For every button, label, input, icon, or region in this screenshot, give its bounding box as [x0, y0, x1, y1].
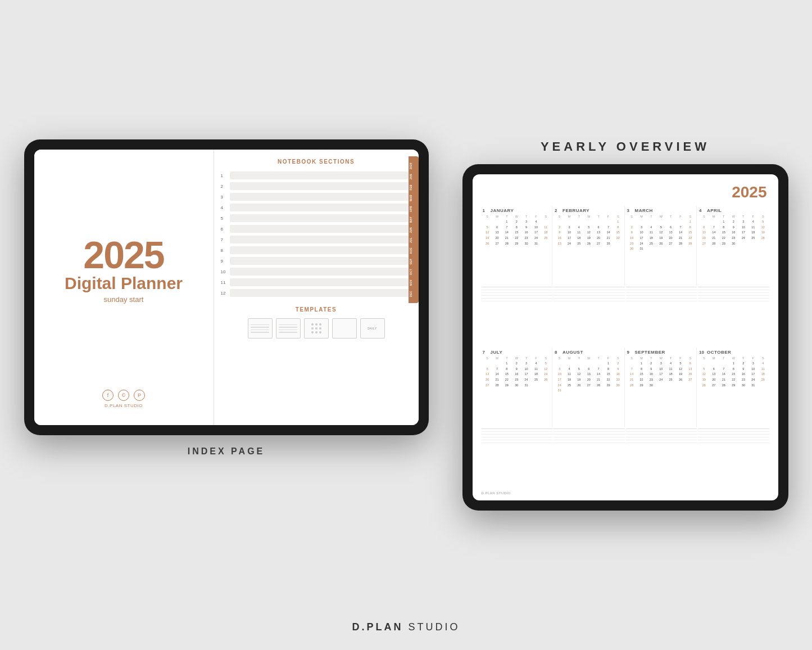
- month-march: 3 MARCH SMTWTFS 1 2345678 9101112131415 …: [626, 206, 697, 286]
- oct-tab: OCT: [410, 267, 418, 277]
- planner-subtitle: sunday start: [104, 295, 144, 304]
- calendar-grid: 1 JANUARY SMTWTFS 1234 567891011 1213141…: [482, 206, 769, 488]
- yearly-year: 2025: [482, 183, 769, 201]
- section-row: 3: [221, 193, 412, 201]
- sections-list: 1 2 3 4: [221, 171, 412, 300]
- mar-tab: MAR: [410, 193, 418, 203]
- section-line: [230, 236, 412, 243]
- tablet-frame-left: 2025 Digital Planner sunday start f © P …: [24, 139, 429, 435]
- footer-brand-bold: D.PLAN: [352, 621, 403, 633]
- section-line: [230, 268, 412, 276]
- tablet-left: 2025 Digital Planner sunday start f © P …: [24, 139, 429, 457]
- section-number: 10: [221, 269, 230, 274]
- template-blank: [332, 318, 357, 338]
- jun-tab: JUN: [410, 225, 418, 235]
- planner-left-page: 2025 Digital Planner sunday start f © P …: [34, 150, 214, 425]
- pinterest-icon: P: [134, 390, 145, 401]
- template-daily: DAILY: [360, 318, 385, 338]
- section-row: 11: [221, 278, 412, 286]
- notes-jan: [482, 287, 553, 315]
- notes-mar: [626, 287, 697, 315]
- footer-brand: D.PLAN STUDIO: [352, 621, 460, 633]
- section-line: [230, 182, 412, 190]
- section-line: [230, 204, 412, 211]
- month-april: 4 APRIL SMTWTFS 12345 6789101112 1314151…: [698, 206, 769, 286]
- template-lines2: [276, 318, 301, 338]
- planner-right-page: NOTEBOOK SECTIONS 1 2 3: [214, 150, 419, 425]
- section-number: 8: [221, 248, 230, 253]
- notes-aug: [554, 428, 625, 457]
- planner-title: Digital Planner: [65, 275, 183, 292]
- apr-tab: APR: [410, 204, 418, 214]
- month-august: 8 AUGUST SMTWTFS 12 3456789 101112131415…: [554, 347, 625, 427]
- section-line: [230, 257, 412, 265]
- section-row: 4: [221, 204, 412, 211]
- section-row: 12: [221, 289, 412, 297]
- section-number: 4: [221, 205, 230, 210]
- left-tablet-label: INDEX PAGE: [24, 446, 429, 457]
- sep-tab: SEP: [410, 257, 418, 267]
- main-container: 2025 Digital Planner sunday start f © P …: [0, 117, 812, 533]
- notes-jul: [482, 428, 553, 457]
- section-number: 11: [221, 280, 230, 285]
- section-row: 10: [221, 268, 412, 276]
- tablet-right: YEARLY OVERVIEW 2025 1 JANUARY SMTWTFS: [462, 139, 788, 511]
- section-line: [230, 246, 412, 254]
- tablet-frame-right: 2025 1 JANUARY SMTWTFS 1234: [462, 164, 788, 511]
- jan-tab: JAN: [410, 172, 418, 182]
- section-row: 8: [221, 246, 412, 254]
- section-row: 2: [221, 182, 412, 190]
- section-number: 2: [221, 184, 230, 189]
- may-tab: MAY: [410, 215, 418, 224]
- feb-tab: FEB: [410, 183, 418, 192]
- section-number: 6: [221, 227, 230, 232]
- dplan-footer-right: D.PLAN STUDIO: [482, 491, 769, 495]
- section-line: [230, 193, 412, 201]
- section-row: 5: [221, 214, 412, 222]
- brand-label: D.PLAN STUDIO: [105, 403, 143, 408]
- tablet-inner-right: 2025 1 JANUARY SMTWTFS 1234: [473, 174, 778, 500]
- section-row: 7: [221, 236, 412, 243]
- dec-tab: DEC: [410, 289, 418, 299]
- social-icons: f © P: [102, 390, 145, 401]
- nov-tab: NOV: [410, 278, 418, 287]
- notebook-sections-title: NOTEBOOK SECTIONS: [221, 159, 412, 165]
- copyright-icon: ©: [118, 390, 129, 401]
- jul-tab: JUL: [410, 236, 418, 245]
- month-july: 7 JULY SMTWTFS 12345 6789101112 13141516…: [482, 347, 553, 427]
- section-number: 1: [221, 173, 230, 178]
- footer-brand-light: STUDIO: [403, 621, 460, 633]
- year-number: 2025: [83, 236, 164, 274]
- month-february: 2 FEBRUARY SMTWTFS 1 2345678 91011121314…: [554, 206, 625, 286]
- month-tabs: 2025 JAN FEB MAR APR MAY JUN JUL AUG SEP…: [409, 156, 419, 303]
- template-lines: [248, 318, 273, 338]
- section-row: 1: [221, 171, 412, 179]
- section-line: [230, 214, 412, 222]
- templates-title: TEMPLATES: [221, 306, 412, 313]
- tablet-inner-left: 2025 Digital Planner sunday start f © P …: [34, 150, 419, 425]
- month-september: 9 SEPTEMBER SMTWTFS 123456 78910111213 1…: [626, 347, 697, 427]
- section-row: 9: [221, 257, 412, 265]
- section-line: [230, 278, 412, 286]
- section-number: 5: [221, 216, 230, 221]
- section-row: 6: [221, 225, 412, 233]
- aug-tab: AUG: [410, 246, 418, 256]
- section-line: [230, 171, 412, 179]
- section-line: [230, 289, 412, 297]
- year-tab: 2025: [410, 161, 418, 171]
- templates-row: DAILY: [221, 318, 412, 338]
- notes-apr: [698, 287, 769, 315]
- section-number: 3: [221, 195, 230, 200]
- notes-sep: [626, 428, 697, 457]
- month-october: 10 OCTOBER SMTWTFS 1234 567891011 121314…: [698, 347, 769, 427]
- section-number: 12: [221, 291, 230, 296]
- section-line: [230, 225, 412, 233]
- facebook-icon: f: [102, 390, 114, 401]
- right-section-heading: YEARLY OVERVIEW: [462, 139, 788, 154]
- month-january: 1 JANUARY SMTWTFS 1234 567891011 1213141…: [482, 206, 553, 286]
- template-dots: [304, 318, 329, 338]
- section-number: 7: [221, 237, 230, 242]
- notes-feb: [554, 287, 625, 315]
- notes-oct: [698, 428, 769, 457]
- section-number: 9: [221, 259, 230, 264]
